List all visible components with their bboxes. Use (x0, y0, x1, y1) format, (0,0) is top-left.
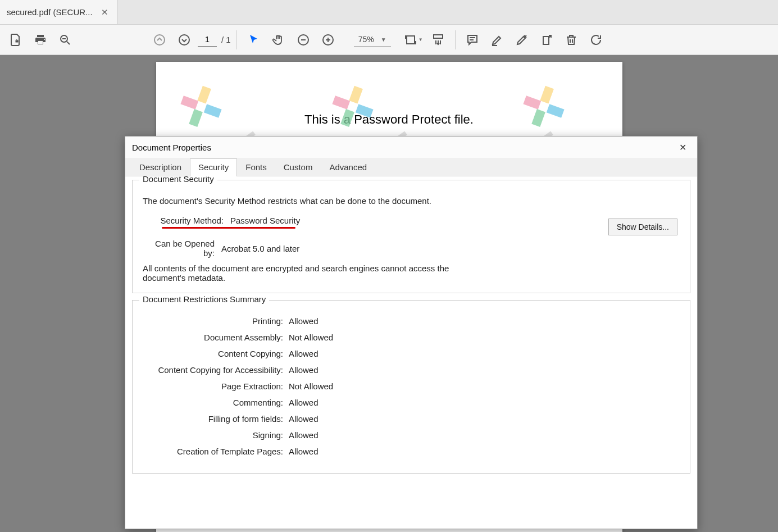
tab-bar: secured.pdf (SECUR... ✕ (0, 0, 778, 25)
security-description: The document's Security Method restricts… (143, 196, 680, 206)
chevron-down-icon: ▼ (418, 37, 423, 42)
restriction-value: Not Allowed (289, 333, 333, 342)
restriction-label: Document Assembly: (143, 333, 289, 342)
restriction-label: Signing: (143, 430, 289, 440)
restriction-label: Content Copying for Accessibility: (143, 365, 289, 375)
svg-rect-12 (434, 35, 443, 38)
close-tab-icon[interactable]: ✕ (99, 7, 111, 17)
chevron-down-icon: ▼ (381, 37, 386, 43)
restriction-label: Commenting: (143, 398, 289, 407)
restriction-row: Commenting:Allowed (143, 398, 680, 407)
svg-rect-35 (531, 109, 545, 127)
restriction-value: Allowed (289, 349, 319, 358)
search-icon[interactable] (54, 29, 76, 51)
svg-rect-27 (189, 109, 203, 127)
open-by-label: Can be Opened by: (143, 239, 221, 258)
svg-rect-32 (540, 86, 554, 104)
rotate-icon[interactable] (585, 29, 607, 51)
tab-custom[interactable]: Custom (275, 158, 321, 176)
zoom-in-icon[interactable] (317, 29, 339, 51)
svg-rect-33 (523, 96, 541, 110)
zoom-out-icon[interactable] (292, 29, 315, 51)
restriction-row: Filling of form fields:Allowed (143, 414, 680, 424)
tab-security[interactable]: Security (190, 158, 237, 176)
document-security-section: Document Security The document's Securit… (132, 180, 690, 293)
highlight-icon[interactable] (486, 29, 508, 51)
toolbar-separator (236, 30, 237, 49)
open-by-row: Can be Opened by: Acrobat 5.0 and later (143, 239, 680, 258)
hand-tool-icon[interactable] (267, 29, 290, 51)
svg-rect-30 (355, 104, 373, 118)
document-tab[interactable]: secured.pdf (SECUR... ✕ (0, 0, 118, 24)
watermark-icon (521, 84, 566, 129)
restriction-value: Not Allowed (289, 381, 333, 391)
restriction-row: Printing:Allowed (143, 316, 680, 326)
metadata-note: All contents of the document are encrypt… (143, 263, 480, 283)
open-by-value: Acrobat 5.0 and later (221, 244, 299, 253)
restriction-value: Allowed (289, 447, 319, 456)
show-details-button[interactable]: Show Details... (608, 219, 677, 235)
tab-fonts[interactable]: Fonts (237, 158, 275, 176)
svg-rect-31 (340, 109, 354, 127)
document-properties-dialog: Document Properties ✕ Description Securi… (125, 136, 698, 529)
restrictions-section: Document Restrictions Summary Printing:A… (132, 300, 690, 474)
section-title: Document Restrictions Summary (139, 294, 269, 304)
fit-page-icon[interactable]: ▼ (402, 29, 425, 51)
svg-point-5 (179, 35, 189, 45)
delete-icon[interactable] (560, 29, 583, 51)
restriction-label: Printing: (143, 316, 289, 326)
restriction-value: Allowed (289, 414, 319, 424)
restriction-label: Creation of Template Pages: (143, 447, 289, 456)
restriction-row: Content Copying:Allowed (143, 349, 680, 358)
svg-point-4 (154, 35, 165, 45)
dialog-body: Document Security The document's Securit… (125, 176, 697, 529)
comment-icon[interactable] (461, 29, 484, 51)
rotate-page-icon[interactable] (535, 29, 558, 51)
restriction-row: Page Extraction:Not Allowed (143, 381, 680, 391)
security-method-row: Security Method: Password Security (152, 216, 680, 225)
svg-rect-0 (16, 40, 19, 42)
svg-rect-26 (203, 104, 221, 118)
restrictions-list: Printing:AllowedDocument Assembly:Not Al… (143, 316, 680, 456)
document-tab-title: secured.pdf (SECUR... (7, 7, 93, 17)
tab-advanced[interactable]: Advanced (321, 158, 375, 176)
dialog-tabs: Description Security Fonts Custom Advanc… (125, 158, 697, 176)
zoom-dropdown[interactable]: 75% ▼ (354, 33, 391, 47)
prev-page-icon[interactable] (148, 29, 171, 51)
restriction-value: Allowed (289, 316, 319, 326)
zoom-value: 75% (358, 35, 374, 44)
restriction-label: Filling of form fields: (143, 414, 289, 424)
toolbar: / 1 75% ▼ ▼ (0, 25, 778, 55)
svg-line-2 (67, 42, 70, 44)
reflow-icon[interactable] (427, 29, 449, 51)
svg-rect-11 (407, 36, 415, 44)
svg-rect-29 (332, 96, 350, 110)
select-tool-icon[interactable] (243, 29, 265, 51)
secure-file-icon[interactable] (4, 29, 27, 51)
close-dialog-button[interactable]: ✕ (675, 139, 690, 155)
restriction-row: Creation of Template Pages:Allowed (143, 447, 680, 456)
erase-icon[interactable] (511, 29, 533, 51)
toolbar-separator (455, 30, 456, 49)
svg-rect-34 (546, 104, 564, 118)
restriction-row: Signing:Allowed (143, 430, 680, 440)
dialog-titlebar[interactable]: Document Properties ✕ (125, 137, 697, 158)
restriction-value: Allowed (289, 430, 319, 440)
next-page-icon[interactable] (173, 29, 195, 51)
restriction-label: Page Extraction: (143, 381, 289, 391)
restriction-row: Document Assembly:Not Allowed (143, 333, 680, 342)
page-number-input[interactable] (198, 32, 217, 47)
print-icon[interactable] (29, 29, 52, 51)
svg-rect-25 (180, 96, 198, 110)
watermark-icon (330, 84, 375, 129)
restriction-row: Content Copying for Accessibility:Allowe… (143, 365, 680, 375)
dialog-title: Document Properties (132, 143, 211, 152)
page-total-label: / 1 (221, 35, 231, 44)
security-method-label: Security Method: (152, 216, 230, 225)
restriction-label: Content Copying: (143, 349, 289, 358)
restriction-value: Allowed (289, 365, 319, 375)
svg-rect-24 (197, 86, 211, 104)
security-method-value: Password Security (230, 216, 300, 225)
restriction-value: Allowed (289, 398, 319, 407)
tab-description[interactable]: Description (131, 158, 190, 176)
